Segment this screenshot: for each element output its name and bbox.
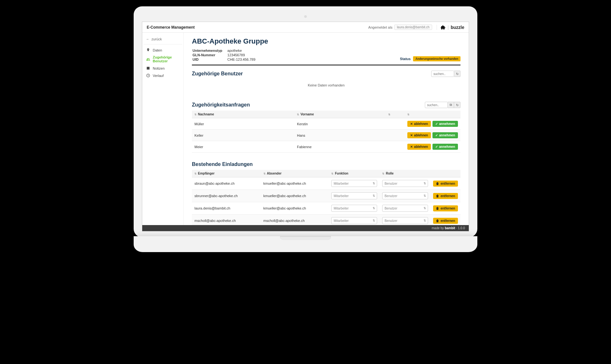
remove-button[interactable]: 🗑entfernen — [433, 181, 458, 187]
table-row: sbraun@abc-apotheke.chkmueller@abc-apoth… — [192, 177, 460, 190]
user-chip[interactable]: laura.denis@bambit.ch — [394, 24, 432, 30]
laptop-base — [134, 236, 477, 252]
footer-bambit-link[interactable]: bambit — [445, 226, 455, 230]
table-row: mscholl@abc-apotheke.chmscholl@abc-apoth… — [192, 215, 460, 225]
sidebar-item-label: Verlauf — [153, 74, 164, 78]
refresh-icon: ↻ — [456, 72, 459, 76]
company-title: ABC-Apotheke Gruppe — [192, 37, 268, 45]
requests-table: ⇅Nachname ⇅Vorname ⇅ ⇅ MüllerKerstin✕abl… — [192, 111, 460, 153]
users-refresh-button[interactable]: ↻ — [454, 71, 460, 77]
sidebar: ← zurück Daten Zugehörige Benutzer — [142, 33, 184, 225]
reject-button[interactable]: ✕ablehnen — [407, 132, 431, 138]
col-recipient[interactable]: ⇅Empfänger — [192, 170, 261, 177]
col-sort-2[interactable]: ⇅ — [405, 111, 460, 118]
col-role[interactable]: ⇅Rolle — [380, 170, 431, 177]
col-firstname[interactable]: ⇅Vorname — [294, 111, 386, 118]
puzzle-icon — [441, 25, 446, 30]
cell-lastname: Meier — [192, 141, 294, 153]
check-icon: ✓ — [435, 122, 438, 126]
brand-logo: | buzzle — [437, 25, 464, 30]
arrow-left-icon: ← — [146, 37, 150, 41]
trash-icon: 🗑 — [436, 182, 439, 185]
back-label: zurück — [151, 37, 162, 41]
users-empty-state: Keine Daten vorhanden — [192, 79, 460, 93]
role-select[interactable]: Benutzer — [382, 217, 428, 224]
status-block: Status Änderungswünsche vorhanden — [400, 56, 460, 61]
function-select[interactable]: Mitarbeiter — [331, 205, 377, 212]
function-select[interactable]: Mitarbeiter — [331, 217, 377, 224]
requests-section-title: Zugehörigkeitsanfragen — [192, 102, 250, 108]
reject-button[interactable]: ✕ablehnen — [407, 144, 431, 150]
requests-search-input[interactable] — [425, 102, 448, 108]
cell-recipient: laura.denis@bambit.ch — [192, 202, 261, 215]
function-select[interactable]: Mitarbeiter — [331, 180, 377, 187]
cell-lastname: Müller — [192, 118, 294, 130]
remove-button[interactable]: 🗑entfernen — [433, 205, 458, 211]
table-row: KellerHans✕ablehnen✓annehmen — [192, 130, 460, 141]
sidebar-item-label: Daten — [153, 48, 162, 52]
sidebar-item-label: Zugehörige Benutzer — [153, 55, 179, 63]
role-select[interactable]: Benutzer — [382, 192, 428, 199]
check-icon: ✓ — [435, 145, 438, 148]
cell-firstname: Kerstin — [294, 118, 386, 130]
requests-copy-button[interactable]: ⧉ — [448, 102, 454, 108]
cell-lastname: Keller — [192, 130, 294, 141]
cell-recipient: sbrunner@abc-apotheke.ch — [192, 190, 261, 202]
status-label: Status — [400, 57, 411, 61]
pin-icon — [146, 48, 150, 52]
back-link[interactable]: ← zurück — [144, 36, 182, 45]
function-select[interactable]: Mitarbeiter — [331, 192, 377, 199]
role-select[interactable]: Benutzer — [382, 205, 428, 212]
login-info: Angemeldet als laura.denis@bambit.ch — [368, 24, 432, 30]
col-function[interactable]: ⇅Funktion — [329, 170, 380, 177]
table-row: sbrunner@abc-apotheke.chkmueller@abc-apo… — [192, 190, 460, 202]
cell-sender: mscholl@abc-apotheke.ch — [261, 215, 329, 225]
company-meta: Unternehmenstypapotheke GLN-Nummer123456… — [192, 48, 256, 62]
trash-icon: 🗑 — [436, 219, 439, 223]
camera-dot — [304, 15, 307, 18]
sidebar-item-label: Notizen — [153, 66, 165, 70]
users-icon — [146, 57, 150, 61]
refresh-icon: ↻ — [456, 103, 459, 107]
check-icon: ✓ — [435, 134, 438, 137]
role-select[interactable]: Benutzer — [382, 180, 428, 187]
sidebar-item-daten[interactable]: Daten — [144, 46, 182, 54]
requests-refresh-button[interactable]: ↻ — [454, 102, 460, 108]
accept-button[interactable]: ✓annehmen — [432, 132, 458, 138]
accept-button[interactable]: ✓annehmen — [432, 144, 458, 150]
remove-button[interactable]: 🗑entfernen — [433, 218, 458, 224]
cell-firstname: Fabienne — [294, 141, 386, 153]
cell-sender: kmueller@abc-apotheke.ch — [261, 190, 329, 202]
cell-firstname: Hans — [294, 130, 386, 141]
accept-button[interactable]: ✓annehmen — [432, 121, 458, 127]
x-icon: ✕ — [410, 145, 413, 148]
login-label: Angemeldet als — [368, 25, 392, 29]
col-sort-1[interactable]: ⇅ — [386, 111, 405, 118]
divider — [192, 65, 460, 65]
invites-section-title: Bestehende Einladungen — [192, 161, 253, 167]
cell-sender: kmueller@abc-apotheke.ch — [261, 177, 329, 190]
col-sender[interactable]: ⇅Absender — [261, 170, 329, 177]
table-row: MeierFabienne✕ablehnen✓annehmen — [192, 141, 460, 153]
invites-table: ⇅Empfänger ⇅Absender ⇅Funktion ⇅Rolle sb… — [192, 170, 460, 225]
cell-recipient: mscholl@abc-apotheke.ch — [192, 215, 261, 225]
footer: made by bambit · 1.0.0 — [142, 225, 469, 231]
users-section-title: Zugehörige Benutzer — [192, 71, 243, 77]
users-search-input[interactable] — [431, 71, 454, 77]
col-lastname[interactable]: ⇅Nachname — [192, 111, 294, 118]
brand-name: buzzle — [451, 25, 464, 30]
remove-button[interactable]: 🗑entfernen — [433, 193, 458, 199]
sidebar-item-benutzer[interactable]: Zugehörige Benutzer — [144, 54, 182, 65]
app-title: E-Commerce Management — [147, 25, 195, 30]
status-badge: Änderungswünsche vorhanden — [413, 56, 460, 61]
notes-icon — [146, 66, 150, 70]
sidebar-item-verlauf[interactable]: Verlauf — [144, 72, 182, 79]
table-row: laura.denis@bambit.chkmueller@abc-apothe… — [192, 202, 460, 215]
sidebar-item-notizen[interactable]: Notizen — [144, 65, 182, 72]
trash-icon: 🗑 — [436, 207, 439, 210]
trash-icon: 🗑 — [436, 194, 439, 198]
x-icon: ✕ — [410, 122, 413, 126]
x-icon: ✕ — [410, 134, 413, 137]
table-row: MüllerKerstin✕ablehnen✓annehmen — [192, 118, 460, 130]
reject-button[interactable]: ✕ablehnen — [407, 121, 431, 127]
